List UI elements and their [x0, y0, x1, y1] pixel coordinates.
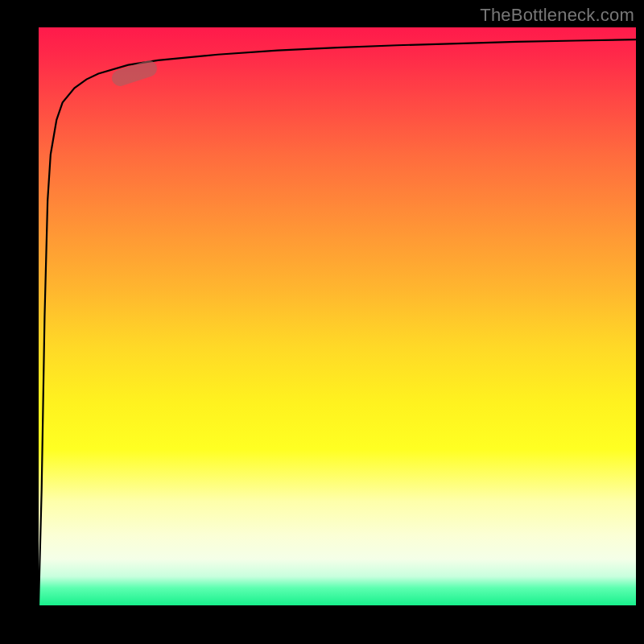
- plot-area: [39, 27, 636, 605]
- curve-path: [39, 39, 636, 605]
- bottleneck-curve: [39, 27, 636, 605]
- watermark-label: TheBottleneck.com: [480, 5, 634, 26]
- chart-frame: TheBottleneck.com: [0, 0, 644, 644]
- highlight-marker: [109, 59, 159, 89]
